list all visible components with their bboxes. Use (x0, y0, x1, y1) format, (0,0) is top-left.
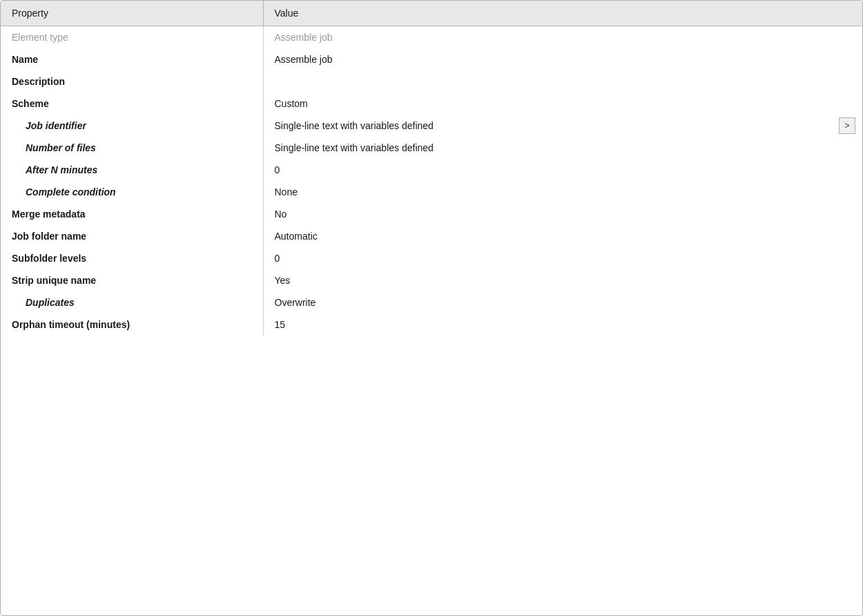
property-value-job-folder-name: Automatic (275, 231, 318, 242)
table-row: Description (1, 70, 862, 93)
property-cell-element-type: Element type (1, 26, 263, 49)
property-value-complete-condition: None (275, 186, 298, 198)
property-cell-strip-unique-name: Strip unique name (1, 269, 263, 291)
table-row: Number of filesSingle-line text with var… (1, 137, 862, 159)
value-cell-after-n-minutes: 0 (263, 159, 862, 181)
value-cell-duplicates: Overwrite (263, 291, 862, 314)
table-row: SchemeCustom (1, 93, 862, 115)
value-cell-job-folder-name: Automatic (263, 225, 862, 247)
value-cell-merge-metadata: No (263, 203, 862, 225)
table-row: Job identifierSingle-line text with vari… (1, 115, 862, 137)
table-row: Strip unique nameYes (1, 269, 862, 291)
table-header-row: Property Value (1, 1, 862, 26)
property-cell-scheme: Scheme (1, 93, 263, 115)
property-value-strip-unique-name: Yes (275, 275, 291, 286)
property-value-orphan-timeout: 15 (275, 319, 286, 330)
property-value-number-of-files: Single-line text with variables defined (275, 142, 434, 153)
property-label-orphan-timeout: Orphan timeout (minutes) (12, 319, 130, 330)
table-row: Element typeAssemble job (1, 26, 862, 49)
property-value-after-n-minutes: 0 (275, 164, 280, 175)
value-cell-element-type: Assemble job (263, 26, 862, 49)
property-label-after-n-minutes: After N minutes (12, 164, 97, 175)
value-cell-complete-condition: None (263, 181, 862, 203)
properties-table-container: Property Value Element typeAssemble jobN… (0, 0, 863, 616)
properties-table: Property Value Element typeAssemble jobN… (1, 1, 862, 336)
property-value-subfolder-levels: 0 (275, 253, 280, 264)
col-header-property: Property (1, 1, 263, 26)
value-cell-number-of-files: Single-line text with variables defined (263, 137, 862, 159)
value-cell-scheme: Custom (263, 93, 862, 115)
property-cell-job-folder-name: Job folder name (1, 225, 263, 247)
property-value-name: Assemble job (275, 54, 333, 65)
property-cell-description: Description (1, 70, 263, 93)
expand-button-job-identifier[interactable]: > (839, 117, 855, 134)
property-label-merge-metadata: Merge metadata (12, 209, 86, 220)
table-row: Merge metadataNo (1, 203, 862, 225)
property-label-duplicates: Duplicates (12, 297, 75, 308)
property-label-name: Name (12, 54, 38, 65)
property-cell-name: Name (1, 48, 263, 70)
table-row: Orphan timeout (minutes)15 (1, 314, 862, 336)
value-cell-description (263, 70, 862, 93)
table-row: NameAssemble job (1, 48, 862, 70)
property-label-subfolder-levels: Subfolder levels (12, 253, 86, 264)
property-label-complete-condition: Complete condition (12, 186, 116, 198)
property-label-element-type: Element type (12, 32, 68, 43)
property-label-job-identifier: Job identifier (12, 120, 86, 131)
table-row: DuplicatesOverwrite (1, 291, 862, 314)
value-cell-subfolder-levels: 0 (263, 247, 862, 269)
property-cell-subfolder-levels: Subfolder levels (1, 247, 263, 269)
property-cell-job-identifier: Job identifier (1, 115, 263, 137)
property-value-scheme: Custom (275, 98, 308, 109)
col-header-value: Value (263, 1, 862, 26)
property-value-duplicates: Overwrite (275, 297, 316, 308)
property-label-description: Description (12, 76, 65, 87)
property-label-job-folder-name: Job folder name (12, 231, 86, 242)
value-cell-orphan-timeout: 15 (263, 314, 862, 336)
property-label-number-of-files: Number of files (12, 142, 96, 153)
table-row: Subfolder levels0 (1, 247, 862, 269)
property-value-element-type: Assemble job (275, 32, 333, 43)
property-label-scheme: Scheme (12, 98, 49, 109)
property-cell-merge-metadata: Merge metadata (1, 203, 263, 225)
property-cell-complete-condition: Complete condition (1, 181, 263, 203)
property-cell-after-n-minutes: After N minutes (1, 159, 263, 181)
property-cell-duplicates: Duplicates (1, 291, 263, 314)
table-row: Complete conditionNone (1, 181, 862, 203)
value-cell-strip-unique-name: Yes (263, 269, 862, 291)
property-cell-orphan-timeout: Orphan timeout (minutes) (1, 314, 263, 336)
value-cell-job-identifier: Single-line text with variables defined> (263, 115, 862, 137)
value-cell-name: Assemble job (263, 48, 862, 70)
property-value-job-identifier: Single-line text with variables defined (275, 120, 434, 131)
table-row: Job folder nameAutomatic (1, 225, 862, 247)
property-cell-number-of-files: Number of files (1, 137, 263, 159)
property-label-strip-unique-name: Strip unique name (12, 275, 96, 286)
table-row: After N minutes0 (1, 159, 862, 181)
property-value-merge-metadata: No (275, 209, 287, 220)
